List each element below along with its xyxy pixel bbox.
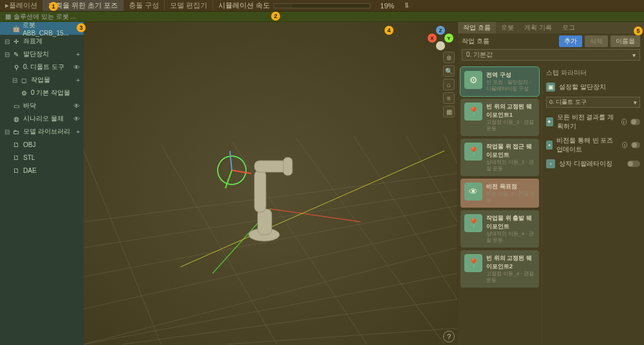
marker-4: 4: [384, 26, 393, 35]
help-button[interactable]: ?: [443, 331, 455, 342]
tab-workflow[interactable]: 작업 흐름: [458, 22, 496, 34]
param-vision-plan: ✦ 모든 비전 결과를 계획하기 i: [546, 113, 640, 131]
tree-dae[interactable]: 🗋DAE: [0, 164, 84, 177]
param-residual: ▫ 상자 디팔레타이징: [546, 159, 640, 168]
svg-rect-22: [283, 157, 292, 175]
gear-icon: ⚙: [19, 90, 28, 97]
eye-icon[interactable]: 👁: [73, 64, 80, 71]
viewport-3d[interactable]: Z Y X ⊕ 🔍 ⌂ ≡ ▦ ?: [84, 22, 457, 345]
step-subtitle: 고정점 이동_4 · 관절 운동: [486, 271, 535, 284]
vp-camera-icon[interactable]: ⌂: [443, 79, 455, 90]
axis-widget[interactable]: Z Y X: [428, 26, 453, 52]
param-endeff-dropdown[interactable]: 0. 디폴트 도구 ▾: [546, 97, 640, 108]
step-subtitle: 비전 이동_2 · 관절 운동: [486, 191, 535, 204]
sim-stepper[interactable]: ⥮: [404, 1, 412, 10]
svg-line-10: [232, 141, 367, 344]
toggle-bin[interactable]: [631, 142, 640, 148]
tree-default-tool[interactable]: ⚲0. 디폴트 도구👁: [0, 61, 84, 74]
vp-layers-icon[interactable]: ≡: [443, 92, 455, 104]
tab-robot[interactable]: 로봇: [496, 22, 519, 34]
tab-plan-history[interactable]: 계획 기록: [519, 22, 557, 34]
tree-coord-label: 좌표계: [23, 37, 43, 46]
tab-log[interactable]: 로그: [557, 22, 580, 34]
svg-rect-19: [258, 209, 272, 235]
tree-floor[interactable]: ▭바닥👁: [0, 99, 84, 112]
tree-models-label: 모델 라이브러리: [23, 127, 70, 136]
step-title: 작업물 위 출발 웨이포인트: [486, 214, 535, 231]
step-title: 빈 위의 고정된 웨이포인트1: [486, 103, 535, 119]
top-toolbar: ▸플레이션 계획을 위한 초기 포즈 충돌 구성 모델 편집기 시뮬레이션 속도…: [0, 0, 644, 12]
info-icon[interactable]: i: [622, 142, 627, 148]
eye-icon[interactable]: 👁: [73, 103, 80, 110]
collapse-icon: ⊟: [4, 38, 10, 45]
workflow-dropdown[interactable]: 0. 기본값 ▾: [462, 49, 640, 61]
step-card[interactable]: ⚙ 전역 구성 빈 포즈 · 말단장치 · 디팔레타이징 구성: [460, 67, 539, 96]
vp-settings-icon[interactable]: ▦: [443, 106, 455, 117]
tree-endeff-label: 말단장치: [23, 50, 49, 59]
axis-center-icon[interactable]: [436, 41, 445, 50]
step-icon: 📍: [464, 214, 482, 232]
tree-workpieces[interactable]: ⊟◻작업물+: [0, 74, 84, 86]
steps-list: ⚙ 전역 구성 빈 포즈 · 말단장치 · 디팔레타이징 구성📍 빈 위의 고정…: [458, 64, 542, 345]
step-card[interactable]: 📍 빈 위의 고정된 웨이포인트1 고정점 이동_3 · 관절 운동: [460, 99, 539, 136]
solution-text: 솔루션에 있는 로봇 ...: [14, 12, 76, 21]
add-icon[interactable]: +: [76, 128, 80, 135]
tree-base-workpiece[interactable]: ⚙0 기본 작업물: [0, 86, 84, 99]
tree-model-lib[interactable]: ⊟🗀모델 라이브러리+: [0, 125, 84, 138]
viewport-toolbar: ⊕ 🔍 ⌂ ≡ ▦: [443, 52, 455, 117]
param-bin-update: ▪ 비전을 통해 빈 포즈 업데이트 i: [546, 136, 640, 154]
axis-z-icon[interactable]: Z: [436, 26, 445, 35]
step-card[interactable]: 📍 작업물 위 접근 웨이포인트 상대적인 이동_3 · 관절 운동: [460, 139, 539, 176]
sim-slider[interactable]: [274, 3, 370, 8]
param-vision-label: 모든 비전 결과를 계획하기: [557, 113, 616, 131]
vp-target-icon[interactable]: ⊕: [443, 52, 455, 63]
top-tab-collision[interactable]: 충돌 구성: [124, 0, 165, 11]
axes-icon: ✛: [12, 38, 21, 45]
step-icon: 👁: [464, 182, 482, 201]
svg-line-14: [444, 135, 457, 164]
toggle-residual[interactable]: [627, 161, 640, 167]
play-label[interactable]: ▸플레이션: [0, 0, 43, 11]
add-icon[interactable]: +: [76, 51, 80, 58]
axis-x-icon[interactable]: X: [428, 34, 437, 43]
tree-robot[interactable]: 🤖로봇 ABB_CRB_15...: [0, 22, 84, 35]
rename-button[interactable]: 이름을: [611, 35, 640, 47]
folder-icon: ▦: [5, 13, 11, 20]
workflow-header: 작업 흐름 추가 삭제 이름을: [458, 34, 644, 49]
tree-coord[interactable]: ⊟✛좌표계: [0, 35, 84, 48]
tree-tool-label: 0. 디폴트 도구: [23, 63, 64, 72]
add-icon[interactable]: +: [76, 77, 80, 84]
eye-icon[interactable]: 👁: [73, 115, 80, 123]
tree-stl[interactable]: 🗋STL: [0, 151, 84, 164]
marker-2: 2: [271, 12, 280, 21]
collapse-icon: ⊟: [4, 51, 10, 58]
step-card[interactable]: 📍 작업물 위 출발 웨이포인트 상대적인 이동_4 · 관절 운동: [460, 210, 539, 248]
toggle-vision[interactable]: [630, 119, 640, 125]
tree-dae-label: DAE: [23, 167, 37, 174]
solution-bar[interactable]: ▦ 솔루션에 있는 로봇 ...: [0, 12, 644, 22]
scene-tree-panel: 🤖로봇 ABB_CRB_15... ⊟✛좌표계 ⊟✎말단장치+ ⚲0. 디폴트 …: [0, 22, 84, 345]
params-title: 스텝 파라미터: [546, 68, 640, 77]
tree-wp-label: 작업물: [31, 75, 50, 84]
tree-obj[interactable]: 🗋OBJ: [0, 138, 84, 151]
step-card[interactable]: 📍 빈 위의 고정된 웨이포인트2 고정점 이동_4 · 관절 운동: [460, 250, 539, 288]
sim-pct: 19%: [374, 2, 400, 10]
vp-zoom-icon[interactable]: 🔍: [443, 65, 455, 77]
step-icon: 📍: [464, 103, 482, 121]
collapse-icon: ⊟: [4, 128, 10, 135]
step-subtitle: 빈 포즈 · 말단장치 · 디팔레타이징 구성: [486, 79, 535, 92]
file-icon: 🗋: [12, 167, 21, 174]
axis-y-icon[interactable]: Y: [444, 34, 453, 43]
add-button[interactable]: 추가: [559, 35, 582, 47]
svg-line-6: [122, 299, 457, 344]
info-icon[interactable]: i: [621, 119, 627, 125]
box-icon: ▫: [546, 159, 555, 168]
delete-button[interactable]: 삭제: [585, 35, 608, 47]
tree-endeffector[interactable]: ⊟✎말단장치+: [0, 48, 84, 61]
svg-line-4: [84, 248, 457, 344]
top-tab-model-editor[interactable]: 모델 편집기: [165, 0, 213, 11]
step-card[interactable]: 👁 비전 목표점 비전 이동_2 · 관절 운동: [460, 179, 539, 208]
tree-scn-label: 시나리오 물체: [23, 114, 64, 123]
svg-line-27: [225, 170, 232, 188]
tree-scenario[interactable]: ◍시나리오 물체👁: [0, 112, 84, 125]
